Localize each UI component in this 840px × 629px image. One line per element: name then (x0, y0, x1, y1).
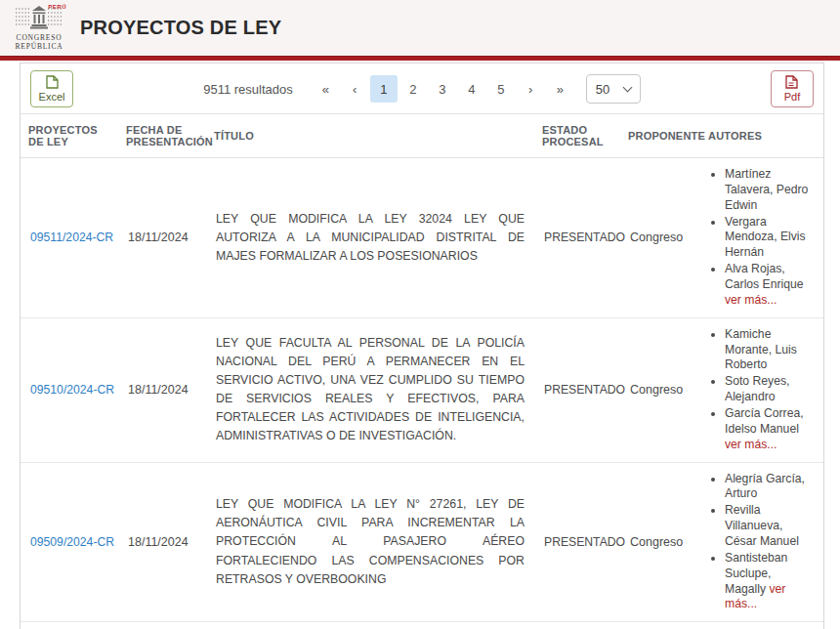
col-header-fecha: FECHA DE PRESENTACIÓN (118, 114, 206, 157)
project-link[interactable]: 09511/2024-CR (30, 231, 113, 244)
fecha-cell: 18/11/2024 (118, 527, 206, 557)
pdf-export-button[interactable]: Pdf (771, 70, 814, 107)
autor-item: García Correa, Idelso Manuel ver más... (725, 406, 814, 453)
autores-cell: Martínez Talavera, Pedro Edwin Vergara M… (700, 158, 823, 317)
titulo-cell: LEY QUE MODIFICA LA LEY N° 27261, LEY DE… (206, 487, 534, 596)
page-button-4[interactable]: 4 (458, 75, 485, 103)
autor-item: Kamiche Morante, Luis Roberto (725, 327, 814, 374)
results-count: 9511 resultados (203, 82, 293, 97)
page-button-2[interactable]: 2 (399, 75, 427, 103)
red-divider (0, 56, 840, 61)
autor-item: Vergara Mendoza, Elvis Hernán (725, 215, 814, 262)
page-title: PROYECTOS DE LEY (80, 17, 281, 39)
app-header: PERÚ CONGRESO REPÚBLICA PROYECTOS DE LEY (0, 0, 840, 56)
ver-mas-link[interactable]: ver más... (725, 438, 777, 451)
content-panel: Excel 9511 resultados « ‹ 1 2 3 4 5 › » … (20, 63, 824, 629)
autor-item: Revilla Villanueva, César Manuel (725, 503, 814, 550)
autores-cell: Echeverría Rodríguez, Hamlet Varas Melén… (700, 622, 823, 629)
page-button-3[interactable]: 3 (429, 75, 456, 103)
excel-file-icon (46, 75, 59, 89)
pagination: 9511 resultados « ‹ 1 2 3 4 5 › » 50 (203, 74, 641, 104)
titulo-cell: LEY QUE MODIFICA LA LEY 32024 LEY QUE AU… (206, 202, 534, 273)
logo-peru-label: PERÚ (48, 4, 66, 10)
proponente-cell: Congreso (620, 527, 700, 557)
col-header-estado: ESTADO PROCESAL (534, 114, 620, 157)
estado-cell: PRESENTADO (534, 223, 620, 252)
autor-name: Alva Rojas, Carlos Enrique (725, 262, 804, 291)
page-size-select[interactable]: 50 (586, 74, 641, 104)
table-row: 09511/2024-CR 18/11/2024 LEY QUE MODIFIC… (21, 158, 823, 318)
page-button-5[interactable]: 5 (487, 75, 515, 103)
autor-item: Soto Reyes, Alejandro (725, 374, 814, 405)
excel-button-label: Excel (39, 91, 65, 103)
page-size-value: 50 (596, 82, 609, 97)
estado-cell: PRESENTADO (534, 375, 620, 404)
prev-page-button[interactable]: ‹ (341, 75, 368, 103)
pdf-file-icon (785, 75, 798, 89)
estado-cell: PRESENTADO (534, 527, 620, 557)
autor-item: Alegría García, Arturo (725, 472, 814, 503)
chevron-down-icon (622, 82, 632, 92)
first-page-button[interactable]: « (312, 75, 339, 103)
fecha-cell: 18/11/2024 (118, 375, 206, 404)
table-row: 09508/2024-CR 18/11/2024 LEY QUE DECLARA… (21, 622, 823, 629)
autores-cell: Alegría García, Arturo Revilla Villanuev… (700, 463, 823, 622)
table-header: PROYECTOS DE LEY FECHA DE PRESENTACIÓN T… (21, 113, 823, 158)
fecha-cell: 18/11/2024 (118, 223, 206, 252)
proponente-cell: Congreso (620, 223, 700, 252)
autor-name: García Correa, Idelso Manuel (725, 406, 804, 436)
logo-republica-label: REPÚBLICA (14, 43, 64, 51)
next-page-button[interactable]: › (517, 75, 544, 103)
ver-mas-link[interactable]: ver más... (725, 293, 777, 307)
congreso-logo: PERÚ CONGRESO REPÚBLICA (14, 6, 64, 50)
toolbar: Excel 9511 resultados « ‹ 1 2 3 4 5 › » … (21, 63, 823, 113)
last-page-button[interactable]: » (546, 75, 573, 103)
autor-item: Santisteban Suclupe, Magally ver más... (725, 551, 814, 612)
titulo-cell: LEY QUE FACULTA AL PERSONAL DE LA POLICÍ… (206, 326, 534, 453)
col-header-titulo: TÍTULO (206, 114, 534, 157)
pdf-button-label: Pdf (784, 91, 801, 103)
col-header-proyectos: PROYECTOS DE LEY (21, 114, 118, 157)
page-button-1[interactable]: 1 (370, 75, 398, 103)
proponente-cell: Congreso (620, 375, 700, 404)
excel-export-button[interactable]: Excel (30, 70, 73, 107)
table-row: 09509/2024-CR 18/11/2024 LEY QUE MODIFIC… (21, 463, 823, 623)
autor-item: Martínez Talavera, Pedro Edwin (725, 167, 814, 214)
logo-congreso-label: CONGRESO (14, 34, 64, 42)
table-row: 09510/2024-CR 18/11/2024 LEY QUE FACULTA… (21, 318, 823, 463)
col-header-autores: AUTORES (700, 114, 823, 157)
autores-cell: Kamiche Morante, Luis Roberto Soto Reyes… (700, 318, 823, 462)
project-link[interactable]: 09509/2024-CR (30, 535, 114, 549)
project-link[interactable]: 09510/2024-CR (30, 383, 114, 397)
col-header-proponente: PROPONENTE (620, 114, 700, 157)
autor-item: Alva Rojas, Carlos Enrique ver más... (725, 262, 814, 309)
